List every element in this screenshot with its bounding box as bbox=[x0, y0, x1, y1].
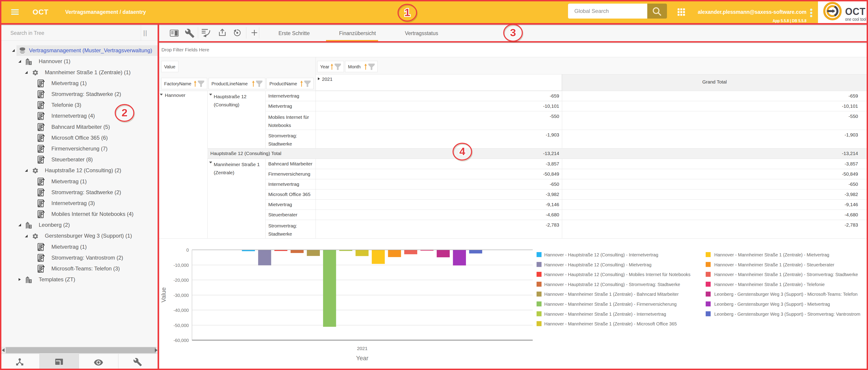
svg-text:Hannover - Hauptstraße 12 (Con: Hannover - Hauptstraße 12 (Consulting) -… bbox=[544, 282, 680, 287]
svg-text:Hannover - Hauptstraße 12 (Con: Hannover - Hauptstraße 12 (Consulting) -… bbox=[544, 272, 690, 277]
svg-text:Hannover - Mannheimer Straße 1: Hannover - Mannheimer Straße 1 (Zentrale… bbox=[714, 262, 835, 267]
svg-text:1: 1 bbox=[404, 6, 410, 18]
svg-text:-50,000: -50,000 bbox=[174, 323, 189, 328]
svg-text:Hannover - Mannheimer Straße 1: Hannover - Mannheimer Straße 1 (Zentrale… bbox=[544, 321, 677, 326]
svg-text:Year: Year bbox=[356, 355, 369, 362]
svg-text:3: 3 bbox=[510, 27, 516, 38]
svg-text:0: 0 bbox=[186, 247, 189, 253]
svg-text:2: 2 bbox=[122, 107, 127, 119]
svg-text:2021: 2021 bbox=[357, 346, 368, 351]
svg-text:Hannover - Hauptstraße 12 (Con: Hannover - Hauptstraße 12 (Consulting) -… bbox=[544, 252, 658, 257]
svg-text:Hannover - Mannheimer Straße 1: Hannover - Mannheimer Straße 1 (Zentrale… bbox=[714, 272, 858, 277]
svg-text:Value: Value bbox=[160, 287, 167, 302]
svg-text:-60,000: -60,000 bbox=[174, 338, 189, 343]
svg-text:-20,000: -20,000 bbox=[174, 278, 189, 283]
svg-text:-40,000: -40,000 bbox=[174, 308, 189, 313]
svg-text:4: 4 bbox=[459, 145, 465, 157]
svg-text:Leonberg - Gerstensburger Weg: Leonberg - Gerstensburger Weg 3 (Support… bbox=[714, 312, 860, 316]
svg-text:-10,000: -10,000 bbox=[174, 263, 189, 268]
svg-text:Hannover - Mannheimer Straße 1: Hannover - Mannheimer Straße 1 (Zentrale… bbox=[714, 282, 825, 287]
svg-text:Hannover - Mannheimer Straße 1: Hannover - Mannheimer Straße 1 (Zentrale… bbox=[544, 312, 666, 316]
svg-text:-30,000: -30,000 bbox=[174, 293, 189, 298]
svg-text:Hannover - Mannheimer Straße 1: Hannover - Mannheimer Straße 1 (Zentrale… bbox=[544, 292, 679, 297]
svg-text:Hannover - Hauptstraße 12 (Con: Hannover - Hauptstraße 12 (Consulting) -… bbox=[544, 262, 652, 267]
svg-text:Leonberg - Gerstensburger Weg: Leonberg - Gerstensburger Weg 3 (Support… bbox=[714, 292, 858, 297]
svg-text:Hannover - Mannheimer Straße 1: Hannover - Mannheimer Straße 1 (Zentrale… bbox=[544, 302, 677, 307]
svg-text:Leonberg - Gerstensburger Weg: Leonberg - Gerstensburger Weg 3 (Support… bbox=[714, 302, 830, 307]
svg-text:Hannover - Mannheimer Straße 1: Hannover - Mannheimer Straße 1 (Zentrale… bbox=[714, 252, 829, 257]
